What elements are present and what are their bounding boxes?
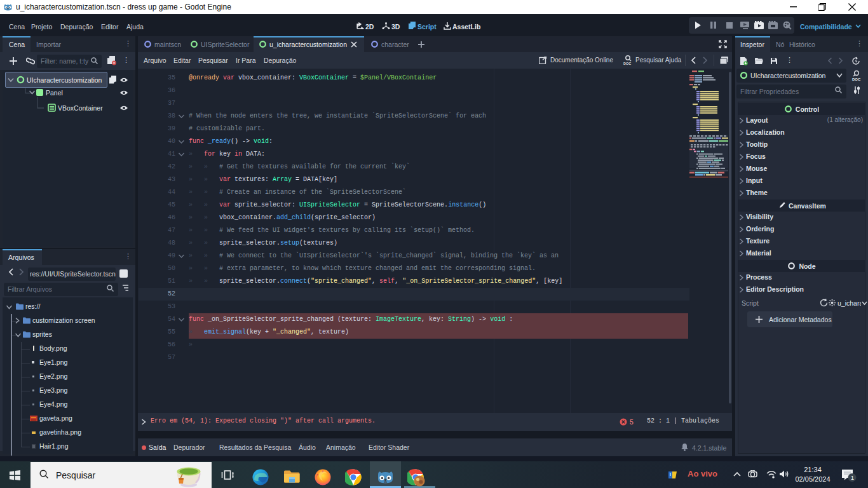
svg-text:DOC: DOC (852, 78, 861, 81)
svg-text:DOC: DOC (623, 62, 631, 65)
svg-text:1: 1 (851, 474, 854, 481)
